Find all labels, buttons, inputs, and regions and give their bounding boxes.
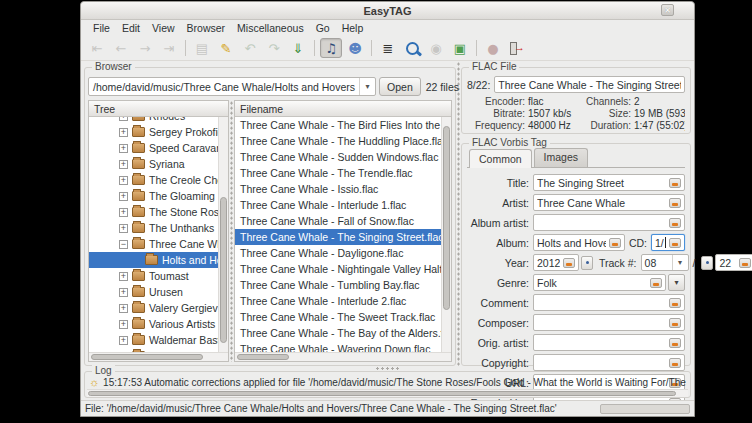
scan-files-button[interactable]: ✎ bbox=[215, 38, 237, 58]
apply-year-to-all-icon[interactable] bbox=[563, 258, 575, 268]
tree-expander-icon[interactable]: + bbox=[119, 288, 128, 297]
apply-orig-artist-to-all-icon[interactable] bbox=[669, 338, 681, 348]
tree-expander-icon[interactable]: + bbox=[119, 160, 128, 169]
cd-field[interactable]: 1/1 bbox=[651, 234, 685, 251]
path-input[interactable]: /home/david/music/Three Cane Whale/Holts… bbox=[89, 78, 359, 95]
open-button[interactable]: Open bbox=[379, 77, 421, 96]
number-tracks-button[interactable] bbox=[581, 256, 593, 270]
menu-item[interactable]: Miscellaneous bbox=[231, 21, 310, 35]
tree-expander-icon[interactable]: + bbox=[119, 224, 128, 233]
filename-column-header[interactable]: Filename bbox=[235, 101, 451, 117]
Three Cane Whale - The Bay of the Alders.flac[interactable]: Three Cane Whale - The Bay of the Alders… bbox=[235, 325, 442, 341]
cddb-search-button[interactable]: ▣ bbox=[449, 38, 471, 58]
Three Cane Whale - Issio.flac[interactable]: Three Cane Whale - Issio.flac bbox=[235, 181, 442, 197]
go-next-button[interactable]: → bbox=[134, 38, 156, 58]
Three Cane Whale - Interlude 2.flac[interactable]: Three Cane Whale - Interlude 2.flac bbox=[235, 293, 442, 309]
Three Cane Whale - Interlude 1.flac[interactable]: Three Cane Whale - Interlude 1.flac bbox=[235, 197, 442, 213]
tree-item[interactable]: + Waldemar Bastos bbox=[89, 332, 219, 348]
composer-field[interactable] bbox=[533, 314, 685, 331]
artist-field[interactable]: Three Cane Whale bbox=[533, 194, 685, 211]
Three Cane Whale - The Singing Street.flac[interactable]: Three Cane Whale - The Singing Street.fl… bbox=[235, 229, 442, 245]
copyright-field[interactable] bbox=[533, 354, 685, 371]
tree-expander-icon[interactable]: + bbox=[119, 117, 128, 121]
tree-item[interactable]: + The Stone Roses bbox=[89, 204, 219, 220]
track-dropdown-icon[interactable]: ▾ bbox=[672, 255, 688, 270]
apply-composer-to-all-icon[interactable] bbox=[669, 318, 681, 328]
tree-expander-icon[interactable]: + bbox=[119, 144, 128, 153]
tree-item[interactable]: + Urusen bbox=[89, 284, 219, 300]
redo-button[interactable]: ↷ bbox=[263, 38, 285, 58]
tree-expander-icon[interactable]: + bbox=[119, 128, 128, 137]
tree-expander-icon[interactable]: + bbox=[119, 272, 128, 281]
genre-dropdown-button[interactable]: ▾ bbox=[668, 274, 685, 291]
comment-field[interactable] bbox=[533, 294, 685, 311]
show-scanner-button[interactable]: ▤ bbox=[191, 38, 213, 58]
log-entry[interactable]: ☼ 15:17:53 Automatic corrections applied… bbox=[87, 375, 688, 389]
save-files-button[interactable]: ⇓ bbox=[287, 38, 309, 58]
Three Cane Whale - Tumbling Bay.flac[interactable]: Three Cane Whale - Tumbling Bay.flac bbox=[235, 277, 442, 293]
apply-album-to-all-icon[interactable] bbox=[609, 238, 621, 248]
menu-item[interactable]: Browser bbox=[181, 21, 232, 35]
tree-expander-icon[interactable]: + bbox=[119, 336, 128, 345]
apply-track-total-to-all-icon[interactable] bbox=[739, 258, 751, 268]
titlebar[interactable]: EasyTAG ✕ bbox=[81, 2, 694, 20]
tree-expander-icon[interactable]: − bbox=[119, 240, 128, 249]
title-field[interactable]: The Singing Street bbox=[533, 174, 685, 191]
tree-item[interactable]: + The Gloaming bbox=[89, 188, 219, 204]
tree-item[interactable]: + The Creole Choir of Cuba bbox=[89, 172, 219, 188]
directory-view-toggle[interactable]: ♫ bbox=[320, 38, 342, 58]
tree-expander-icon[interactable]: + bbox=[119, 192, 128, 201]
album-field[interactable]: Holts and Hovers bbox=[533, 234, 625, 251]
apply-album-artist-to-all-icon[interactable] bbox=[669, 218, 681, 228]
apply-artist-to-all-icon[interactable] bbox=[669, 198, 681, 208]
apply-title-to-all-icon[interactable] bbox=[669, 178, 681, 188]
tree-vertical-scrollbar[interactable] bbox=[218, 117, 228, 352]
tree-item[interactable]: + Toumast bbox=[89, 268, 219, 284]
tree-item[interactable]: + Various Artists bbox=[89, 316, 219, 332]
apply-copyright-to-all-icon[interactable] bbox=[669, 358, 681, 368]
tree-item[interactable]: + Syriana bbox=[89, 156, 219, 172]
quit-button[interactable] bbox=[506, 38, 528, 58]
go-first-button[interactable]: ⇤ bbox=[86, 38, 108, 58]
tree-column-header[interactable]: Tree bbox=[89, 101, 228, 117]
files-horizontal-scrollbar[interactable] bbox=[235, 352, 451, 361]
menu-item[interactable]: Go bbox=[310, 21, 336, 35]
tree-item[interactable]: + Rhodes bbox=[89, 117, 219, 124]
filename-field[interactable]: Three Cane Whale - The Singing Street bbox=[494, 76, 685, 93]
log-horizontal-scrollbar[interactable] bbox=[87, 389, 688, 397]
files-vertical-scrollbar[interactable] bbox=[441, 117, 451, 352]
tree-item[interactable]: − Three Cane Whale bbox=[89, 236, 219, 252]
go-previous-button[interactable]: ← bbox=[110, 38, 132, 58]
album-artist-field[interactable] bbox=[533, 214, 685, 231]
Three Cane Whale - Fall of Snow.flac[interactable]: Three Cane Whale - Fall of Snow.flac bbox=[235, 213, 442, 229]
tree-item[interactable]: + The Unthanks bbox=[89, 220, 219, 236]
artist-album-view-toggle[interactable]: ☻ bbox=[344, 38, 366, 58]
menu-item[interactable]: Help bbox=[336, 21, 370, 35]
tree-item[interactable]: + Sergey Prokofiev bbox=[89, 124, 219, 140]
tree-item[interactable]: + Valery Gergiev London Symp bbox=[89, 300, 219, 316]
Three Cane Whale - The Huddling Place.flac[interactable]: Three Cane Whale - The Huddling Place.fl… bbox=[235, 133, 442, 149]
tree-horizontal-scrollbar[interactable] bbox=[89, 352, 228, 361]
Three Cane Whale - Nightingale Valley Halt.flac[interactable]: Three Cane Whale - Nightingale Valley Ha… bbox=[235, 261, 442, 277]
Three Cane Whale - Wavering Down.flac[interactable]: Three Cane Whale - Wavering Down.flac bbox=[235, 341, 442, 352]
Three Cane Whale - Dayligone.flac[interactable]: Three Cane Whale - Dayligone.flac bbox=[235, 245, 442, 261]
orig-artist-field[interactable] bbox=[533, 334, 685, 351]
track-total-field[interactable]: 22 bbox=[715, 254, 752, 271]
path-combobox[interactable]: /home/david/music/Three Cane Whale/Holts… bbox=[88, 77, 376, 96]
tree-expander-icon[interactable]: + bbox=[119, 176, 128, 185]
apply-comment-to-all-icon[interactable] bbox=[669, 298, 681, 308]
menu-item[interactable]: File bbox=[87, 21, 116, 35]
stop-button[interactable]: ● bbox=[482, 38, 504, 58]
close-icon[interactable]: ✕ bbox=[661, 4, 674, 16]
path-dropdown-icon[interactable]: ▾ bbox=[359, 78, 375, 95]
count-tracks-button[interactable] bbox=[701, 256, 713, 270]
Three Cane Whale - Sudden Windows.flac[interactable]: Three Cane Whale - Sudden Windows.flac bbox=[235, 149, 442, 165]
Three Cane Whale - The Sweet Track.flac[interactable]: Three Cane Whale - The Sweet Track.flac bbox=[235, 309, 442, 325]
menu-item[interactable]: View bbox=[146, 21, 181, 35]
tree-item[interactable]: + Speed Caravan bbox=[89, 140, 219, 156]
tab-common[interactable]: Common bbox=[469, 149, 532, 168]
genre-field[interactable]: Folk bbox=[533, 274, 666, 291]
menu-item[interactable]: Edit bbox=[116, 21, 146, 35]
go-last-button[interactable]: ⇥ bbox=[158, 38, 180, 58]
tree-expander-icon[interactable]: + bbox=[119, 304, 128, 313]
